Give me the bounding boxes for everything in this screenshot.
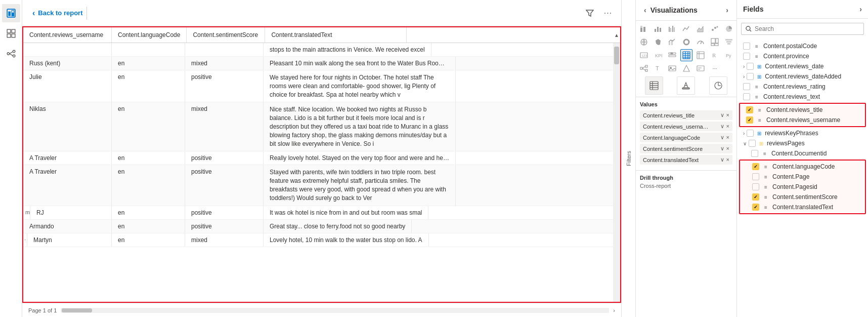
checkbox-reviews-text[interactable]	[743, 93, 750, 100]
vertical-scrollbar[interactable]	[613, 27, 620, 302]
viz-treemap-icon[interactable]	[709, 36, 721, 48]
svg-rect-19	[660, 28, 661, 32]
checkbox-reviews-date[interactable]	[747, 63, 754, 70]
sidebar-grid-icon[interactable]	[2, 24, 20, 43]
highlighted-fields-group: ✓ ≡ Content.reviews_title ✓ ≡ Content.re…	[739, 103, 866, 127]
fields-nav-right[interactable]: ›	[859, 5, 862, 13]
checkbox-translatedtext[interactable]: ✓	[752, 204, 759, 211]
back-to-report-button[interactable]: ‹ Back to report	[28, 7, 87, 20]
viz-text-icon[interactable]: T	[652, 62, 664, 74]
checkbox-reviews-username[interactable]: ✓	[746, 116, 753, 124]
cell-username: Martyn	[27, 233, 112, 247]
checkbox-reviews-dateadded[interactable]	[747, 73, 754, 80]
chip-close-lang[interactable]: ×	[726, 134, 729, 141]
horizontal-scrollbar[interactable]	[61, 308, 609, 313]
viz-table-icon active[interactable]	[680, 49, 692, 61]
viz-pie-chart-icon[interactable]	[723, 23, 735, 35]
viz-more-icon[interactable]: ···	[709, 62, 721, 74]
viz-stacked-bar-icon[interactable]	[638, 23, 650, 35]
viz-shape-icon[interactable]	[680, 62, 692, 74]
viz-slicer-icon[interactable]	[666, 49, 678, 61]
checkbox-sentimentscore[interactable]: ✓	[752, 193, 759, 201]
viz-map-icon[interactable]	[638, 36, 650, 48]
field-type-icon: ≡	[762, 173, 769, 180]
cell-username: Russ (kent)	[23, 57, 112, 70]
chip-chevron-translated[interactable]: ∨	[720, 156, 724, 163]
chip-close-translated[interactable]: ×	[726, 156, 729, 163]
expand-icon: ›	[743, 64, 745, 69]
field-item-documentid[interactable]: ≡ Content.Documentid	[737, 148, 868, 158]
viz-nav-right[interactable]: ›	[724, 5, 730, 15]
svg-rect-34	[716, 38, 718, 43]
svg-rect-35	[711, 44, 714, 46]
field-group-keyphrases[interactable]: › ⊞ reviewsKeyPhrases	[737, 128, 868, 138]
field-item-sentimentscore[interactable]: ✓ ≡ Content.sentimentScore	[740, 192, 865, 202]
chip-chevron-reviews-title[interactable]: ∨	[720, 112, 724, 118]
checkbox-keyphrases[interactable]	[747, 130, 754, 137]
viz-combo-chart-icon[interactable]	[666, 36, 678, 48]
bottom-bar: Page 1 of 1 ›	[22, 303, 621, 317]
checkbox-reviewspages[interactable]	[749, 140, 756, 147]
viz-smart-narrative-icon[interactable]	[695, 62, 707, 74]
field-item-reviews-text[interactable]: ≡ Content.reviews_text	[737, 92, 868, 102]
viz-funnel-icon[interactable]	[723, 36, 735, 48]
field-group-reviewspages[interactable]: ∨ ⊞ reviewsPages	[737, 138, 868, 148]
filter-icon[interactable]	[583, 6, 597, 20]
viz-analytics-icon[interactable]	[709, 76, 727, 95]
viz-r-icon[interactable]: R	[709, 49, 721, 61]
page-info: Page 1 of 1	[28, 307, 57, 313]
checkbox-reviews-rating[interactable]	[743, 83, 750, 90]
chip-chevron-sentiment[interactable]: ∨	[720, 145, 724, 152]
viz-gauge-icon[interactable]	[695, 36, 707, 48]
viz-donut-icon[interactable]	[680, 36, 692, 48]
field-item-translatedtext[interactable]: ✓ ≡ Content.translatedText	[740, 202, 865, 212]
viz-scatter-icon[interactable]	[709, 23, 721, 35]
field-group-reviews-dateadded[interactable]: › ⊞ Content.reviews_dateAdded	[737, 71, 868, 82]
scroll-up-button[interactable]: ▲	[613, 27, 620, 43]
viz-decomp-icon[interactable]	[638, 62, 650, 74]
field-item-languagecode[interactable]: ✓ ≡ Content.languageCode	[740, 162, 865, 172]
checkbox-languagecode[interactable]: ✓	[752, 163, 759, 170]
viz-nav-left[interactable]: ‹	[642, 5, 648, 15]
field-item-reviews-username[interactable]: ✓ ≡ Content.reviews_username	[740, 115, 865, 125]
viz-grouped-bar-icon[interactable]	[666, 23, 678, 35]
checkbox-postalcode[interactable]	[743, 43, 750, 50]
field-item-province[interactable]: ≡ Content.province	[737, 51, 868, 61]
sidebar-model-icon[interactable]	[2, 45, 20, 63]
chip-chevron-lang[interactable]: ∨	[720, 134, 724, 141]
more-options-icon[interactable]: ···	[601, 6, 615, 20]
field-item-reviews-rating[interactable]: ≡ Content.reviews_rating	[737, 82, 868, 92]
field-group-reviews-date[interactable]: › ⊞ Content.reviews_date	[737, 61, 868, 71]
chip-chevron-username[interactable]: ∨	[720, 123, 724, 130]
viz-kpi-icon[interactable]: KPI	[652, 49, 664, 61]
chip-close-username[interactable]: ×	[726, 123, 729, 130]
viz-matrix-icon[interactable]	[695, 49, 707, 61]
cell-lang: en	[112, 220, 185, 233]
field-item-pagesid[interactable]: ≡ Content.Pagesid	[740, 182, 865, 192]
viz-filled-map-icon[interactable]	[652, 36, 664, 48]
sidebar-report-icon[interactable]	[2, 4, 20, 22]
viz-image-icon[interactable]	[666, 62, 678, 74]
viz-py-icon[interactable]: Py	[723, 49, 735, 61]
viz-bar-chart-icon[interactable]	[652, 23, 664, 35]
checkbox-documentid[interactable]	[751, 150, 758, 157]
field-item-reviews-title[interactable]: ✓ ≡ Content.reviews_title	[740, 105, 865, 115]
svg-text:123: 123	[642, 54, 647, 57]
viz-card-icon[interactable]: 123	[638, 49, 650, 61]
viz-format-icon[interactable]	[677, 76, 695, 95]
chip-close-reviews-title[interactable]: ×	[726, 112, 729, 118]
checkbox-province[interactable]	[743, 53, 750, 60]
viz-fields-icon[interactable]	[645, 76, 663, 95]
checkbox-pagesid[interactable]	[752, 183, 759, 190]
fields-search-input[interactable]	[755, 25, 859, 32]
viz-area-chart-icon[interactable]	[695, 23, 707, 35]
checkbox-page[interactable]	[752, 173, 759, 180]
checkbox-reviews-title[interactable]: ✓	[746, 106, 753, 113]
chip-close-sentiment[interactable]: ×	[726, 145, 729, 152]
viz-line-chart-icon[interactable]	[680, 23, 692, 35]
field-item-page[interactable]: ≡ Content.Page	[740, 172, 865, 182]
field-item-postalcode[interactable]: ≡ Content.postalCode	[737, 41, 868, 51]
svg-rect-6	[7, 34, 11, 37]
field-type-icon: ≡	[753, 43, 760, 50]
fields-search-box[interactable]	[741, 23, 864, 35]
